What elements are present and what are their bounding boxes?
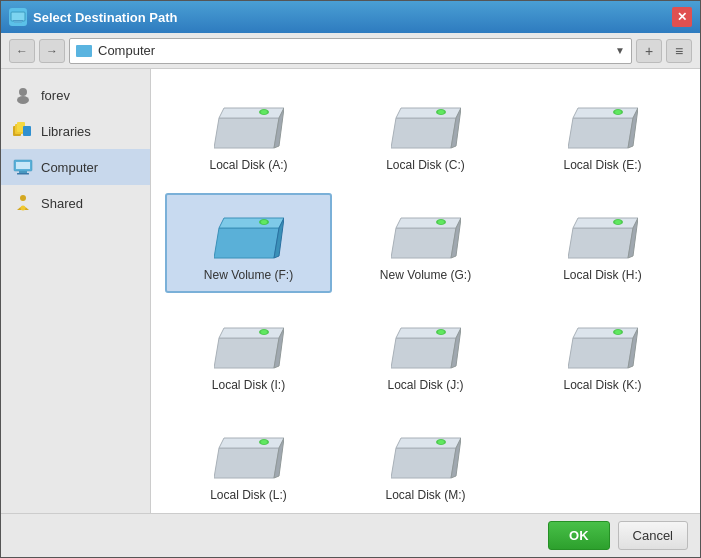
svg-point-13 <box>20 195 26 201</box>
svg-point-3 <box>19 88 27 96</box>
forward-icon: → <box>46 44 58 58</box>
app-icon <box>9 8 27 26</box>
libraries-icon <box>13 121 33 141</box>
svg-marker-15 <box>214 118 279 148</box>
disk-icon <box>568 94 638 154</box>
sidebar-label-forev: forev <box>41 88 70 103</box>
disk-item[interactable]: Local Disk (K:) <box>519 303 686 403</box>
sidebar-item-libraries[interactable]: Libraries <box>1 113 150 149</box>
toolbar: ← → Computer ▼ + ≡ <box>1 33 700 69</box>
svg-marker-26 <box>573 108 638 118</box>
disk-item[interactable]: Local Disk (H:) <box>519 193 686 293</box>
ok-button[interactable]: OK <box>548 521 610 550</box>
back-icon: ← <box>16 44 28 58</box>
disk-label: Local Disk (H:) <box>563 268 642 282</box>
dialog-title: Select Destination Path <box>33 10 177 25</box>
disk-item[interactable]: New Volume (G:) <box>342 193 509 293</box>
disk-item[interactable]: Local Disk (I:) <box>165 303 332 403</box>
svg-point-4 <box>17 96 29 104</box>
svg-marker-31 <box>219 218 284 228</box>
disk-label: Local Disk (C:) <box>386 158 465 172</box>
svg-rect-8 <box>23 126 31 136</box>
cancel-button[interactable]: Cancel <box>618 521 688 550</box>
svg-marker-61 <box>219 438 284 448</box>
sidebar-label-shared: Shared <box>41 196 83 211</box>
disk-item[interactable]: Local Disk (J:) <box>342 303 509 403</box>
disk-label: Local Disk (K:) <box>563 378 641 392</box>
svg-point-14 <box>21 206 26 211</box>
sidebar-item-forev[interactable]: forev <box>1 77 150 113</box>
disk-icon <box>391 314 461 374</box>
disk-item[interactable]: Local Disk (L:) <box>165 413 332 513</box>
svg-rect-11 <box>19 171 27 173</box>
sidebar-label-libraries: Libraries <box>41 124 91 139</box>
svg-marker-60 <box>214 448 279 478</box>
disk-label: Local Disk (A:) <box>209 158 287 172</box>
back-button[interactable]: ← <box>9 39 35 63</box>
disk-item[interactable]: Local Disk (E:) <box>519 83 686 183</box>
add-folder-button[interactable]: + <box>636 39 662 63</box>
disk-icon <box>391 204 461 264</box>
sidebar-item-shared[interactable]: Shared <box>1 185 150 221</box>
disk-item[interactable]: New Volume (F:) <box>165 193 332 293</box>
svg-marker-35 <box>391 228 456 258</box>
main-panel: Local Disk (A:) Local Disk (C:) <box>151 69 700 513</box>
disk-icon <box>391 94 461 154</box>
address-dropdown-icon[interactable]: ▼ <box>615 45 625 56</box>
address-text: Computer <box>98 43 609 58</box>
shared-icon <box>13 193 33 213</box>
svg-rect-0 <box>11 12 25 21</box>
sidebar: forev Libraries <box>1 69 151 513</box>
svg-marker-46 <box>219 328 284 338</box>
svg-point-44 <box>615 220 621 224</box>
svg-marker-21 <box>396 108 461 118</box>
disk-item[interactable]: Local Disk (M:) <box>342 413 509 513</box>
svg-marker-51 <box>396 328 461 338</box>
svg-point-54 <box>438 330 444 334</box>
disk-item[interactable]: Local Disk (A:) <box>165 83 332 183</box>
footer: OK Cancel <box>1 513 700 557</box>
svg-marker-50 <box>391 338 456 368</box>
disk-label: New Volume (G:) <box>380 268 471 282</box>
address-bar[interactable]: Computer ▼ <box>69 38 632 64</box>
svg-point-69 <box>438 440 444 444</box>
disk-label: New Volume (F:) <box>204 268 293 282</box>
sidebar-item-computer[interactable]: Computer <box>1 149 150 185</box>
disk-icon <box>568 204 638 264</box>
svg-point-34 <box>261 220 267 224</box>
svg-point-49 <box>261 330 267 334</box>
computer-sidebar-icon <box>13 157 33 177</box>
svg-marker-45 <box>214 338 279 368</box>
svg-marker-56 <box>573 328 638 338</box>
disk-icon <box>214 94 284 154</box>
sidebar-label-computer: Computer <box>41 160 98 175</box>
dialog: Select Destination Path ✕ ← → Computer ▼… <box>0 0 701 558</box>
content-area: forev Libraries <box>1 69 700 513</box>
toolbar-actions: + ≡ <box>636 39 692 63</box>
plus-icon: + <box>645 43 653 59</box>
disk-icon <box>214 314 284 374</box>
svg-marker-20 <box>391 118 456 148</box>
disk-grid: Local Disk (A:) Local Disk (C:) <box>161 79 690 513</box>
svg-point-64 <box>261 440 267 444</box>
forward-button[interactable]: → <box>39 39 65 63</box>
disk-icon <box>391 424 461 484</box>
disk-item[interactable]: Local Disk (C:) <box>342 83 509 183</box>
svg-rect-2 <box>13 20 23 21</box>
svg-point-39 <box>438 220 444 224</box>
svg-marker-25 <box>568 118 633 148</box>
user-icon <box>13 85 33 105</box>
svg-rect-1 <box>14 21 22 23</box>
view-toggle-button[interactable]: ≡ <box>666 39 692 63</box>
svg-point-24 <box>438 110 444 114</box>
svg-marker-55 <box>568 338 633 368</box>
svg-marker-30 <box>214 228 279 258</box>
computer-icon <box>76 45 92 57</box>
disk-icon <box>214 424 284 484</box>
svg-marker-40 <box>568 228 633 258</box>
title-bar: Select Destination Path ✕ <box>1 1 700 33</box>
disk-label: Local Disk (I:) <box>212 378 285 392</box>
svg-point-59 <box>615 330 621 334</box>
close-button[interactable]: ✕ <box>672 7 692 27</box>
svg-marker-36 <box>396 218 461 228</box>
